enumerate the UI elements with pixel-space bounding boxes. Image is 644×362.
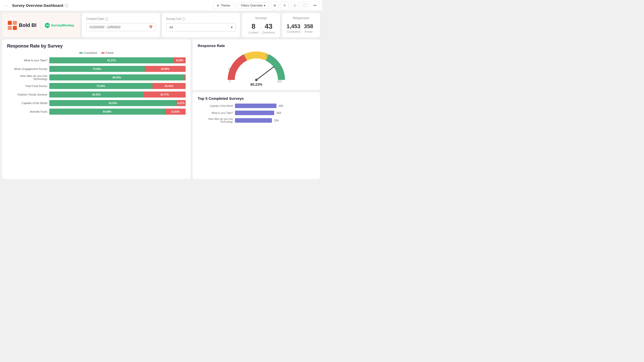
survey-list-value: All — [169, 25, 173, 29]
svg-rect-3 — [13, 26, 17, 30]
chart-title: Response Rate by Survey — [7, 43, 186, 49]
chart-card: Response Rate by Survey Completed Partia… — [2, 39, 191, 179]
surveymonkey-text: SurveyMonkey — [51, 23, 74, 27]
top5-bar-label: What is your Take? — [198, 112, 233, 114]
filters-label: Filters Overview — [241, 4, 263, 7]
gauge-title: Response Rate — [198, 43, 315, 48]
surveys-stats-row: 8 Created 43 Questions — [246, 22, 276, 34]
filter-settings-button[interactable]: ⚙ — [271, 2, 279, 10]
svg-text:0: 0 — [229, 80, 231, 83]
surveys-created-number: 8 — [246, 22, 261, 30]
bar-container: 69.23%30.77% — [49, 92, 186, 98]
expand-button[interactable]: ⛶ — [301, 2, 309, 10]
bar-completed: 84.98% — [49, 109, 165, 115]
legend-completed-dot — [79, 52, 83, 54]
legend-completed: Completed — [79, 51, 97, 54]
svg-text:20: 20 — [228, 67, 231, 70]
date-card: Created Date i 11/22/2022 - 12/6/2022 📅 — [82, 13, 160, 37]
logo-divider — [41, 22, 41, 29]
back-button[interactable]: ← — [3, 2, 10, 9]
survey-list-card: Survey List i All ▾ — [162, 13, 240, 37]
svg-rect-1 — [13, 21, 17, 25]
share-icon: ⬡ — [294, 4, 296, 7]
bar-container: 70.05%29.95% — [49, 66, 186, 72]
responses-completed-stat: 1,453 Completed — [286, 23, 301, 33]
svg-text:60: 60 — [266, 54, 269, 57]
bar-container: 91.37%8.63% — [49, 57, 186, 63]
boldbi-text: Bold BI — [19, 22, 36, 28]
top5-bar-fill — [235, 111, 274, 115]
sun-icon: ☀ — [216, 4, 220, 8]
top5-bar-value: 269 — [276, 111, 281, 114]
responses-partial-number: 358 — [301, 23, 316, 30]
top5-bar-label: How often do you Use Technology — [198, 118, 233, 123]
top5-card: Top 5 Completed Surveys Capitals of the … — [193, 92, 320, 179]
responses-title: Responses — [286, 16, 316, 20]
responses-completed-number: 1,453 — [286, 23, 301, 30]
filters-button[interactable]: Filters Overview ▾ — [238, 2, 269, 9]
bar-container: 75.59%24.41% — [49, 83, 186, 89]
bar-label: Fashion Trends Surveys — [7, 93, 47, 96]
bar-partial: 6.67% — [177, 100, 186, 106]
svg-text:SM: SM — [46, 24, 49, 27]
boldbi-logo: Bold BI — [8, 21, 36, 30]
legend-completed-label: Completed — [84, 51, 97, 54]
bar-chart-row: How often do you Use Technology99.03% — [7, 74, 186, 80]
bar-completed: 75.59% — [49, 83, 152, 89]
legend-partial-dot — [101, 52, 105, 54]
svg-text:100: 100 — [277, 80, 281, 83]
boldbi-icon — [8, 21, 17, 30]
bar-label: How often do you Use Technology — [7, 74, 47, 80]
refresh-button[interactable]: ↻ — [281, 2, 289, 10]
bar-chart-row: Music Engagement Survey70.05%29.95% — [7, 66, 186, 72]
svg-rect-2 — [8, 26, 12, 30]
bar-chart-row: Capitals of the World93.33%6.67% — [7, 100, 186, 106]
date-label: Created Date i — [86, 17, 156, 21]
surveys-questions-stat: 43 Questions — [261, 22, 276, 34]
bar-chart: What is your Take?91.37%8.63%Music Engag… — [7, 57, 186, 115]
date-value: 11/22/2022 - 12/6/2022 — [89, 25, 120, 29]
gauge-svg: 0 20 40 60 80 100 — [226, 50, 287, 86]
bar-partial: 30.77% — [144, 92, 186, 98]
top5-bars: Capitals of the World283What is your Tak… — [198, 104, 315, 123]
survey-list-info-icon: i — [182, 17, 185, 21]
top5-bar-row: Capitals of the World283 — [198, 104, 315, 108]
logo-card: Bold BI SM SurveyMonkey — [2, 13, 80, 37]
share-button[interactable]: ⬡ — [291, 2, 299, 10]
top5-bar-fill — [235, 104, 277, 108]
more-button[interactable]: ••• — [311, 2, 319, 10]
surveys-title: Surveys — [246, 16, 276, 20]
bar-label: Capitals of the World — [7, 102, 47, 105]
header-actions: ☀ Theme Filters Overview ▾ ⚙ ↻ ⬡ ⛶ ••• — [213, 2, 319, 10]
svg-text:80: 80 — [278, 67, 281, 70]
separator — [235, 3, 236, 8]
theme-button[interactable]: ☀ Theme — [213, 2, 233, 9]
surveys-questions-label: Questions — [261, 31, 276, 34]
legend-partial-label: Partial — [106, 51, 113, 54]
svg-rect-0 — [8, 21, 12, 25]
bar-chart-row: Fashion Trends Surveys69.23%30.77% — [7, 92, 186, 98]
top5-bar-label: Capitals of the World — [198, 105, 233, 107]
calendar-icon: 📅 — [149, 25, 153, 29]
bar-completed: 69.23% — [49, 92, 144, 98]
responses-partial-label: Partial — [301, 30, 316, 33]
surveymonkey-icon: SM — [45, 23, 50, 28]
responses-completed-label: Completed — [286, 30, 301, 33]
survey-list-select[interactable]: All ▾ — [166, 23, 236, 31]
date-info-icon: i — [105, 17, 108, 21]
gauge-container: 0 20 40 60 80 100 — [226, 50, 287, 86]
page-title: Survey Overview Dashboard i — [12, 3, 211, 8]
date-input[interactable]: 11/22/2022 - 12/6/2022 📅 — [86, 23, 156, 31]
surveys-questions-number: 43 — [261, 22, 276, 30]
svg-line-12 — [256, 67, 274, 80]
more-icon: ••• — [313, 4, 317, 7]
surveys-created-label: Created — [246, 31, 261, 34]
bar-partial — [184, 74, 186, 80]
bar-chart-row: Fast Food Survey75.59%24.41% — [7, 83, 186, 89]
bar-chart-row: Animals Facts84.98%15.02% — [7, 109, 186, 115]
bar-container: 84.98%15.02% — [49, 109, 186, 115]
legend-partial: Partial — [101, 51, 113, 54]
bar-label: Animals Facts — [7, 110, 47, 113]
bar-container: 93.33%6.67% — [49, 100, 186, 106]
bar-label: Music Engagement Survey — [7, 67, 47, 70]
